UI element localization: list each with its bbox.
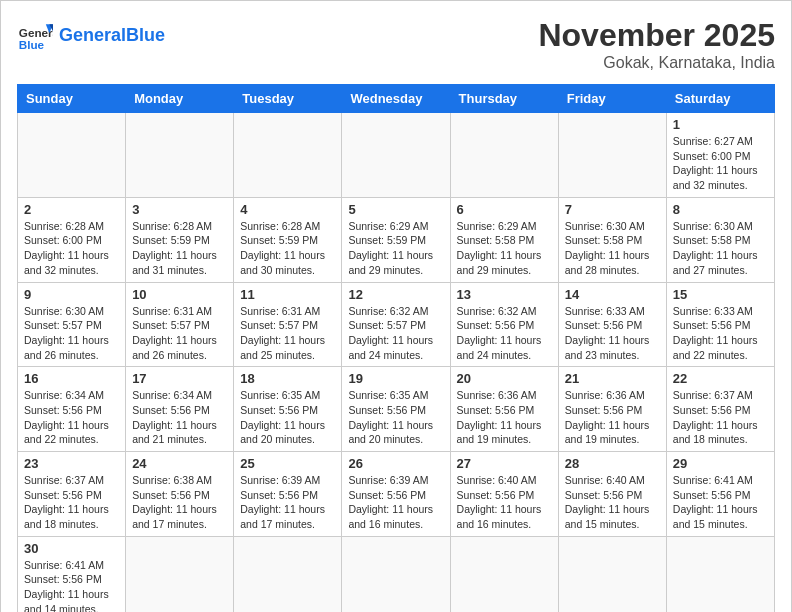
cell-info: Sunrise: 6:29 AMSunset: 5:59 PMDaylight:… bbox=[348, 219, 443, 278]
calendar-cell: 8Sunrise: 6:30 AMSunset: 5:58 PMDaylight… bbox=[666, 197, 774, 282]
calendar-cell bbox=[234, 536, 342, 612]
day-number: 5 bbox=[348, 202, 443, 217]
calendar-cell bbox=[342, 113, 450, 198]
day-number: 4 bbox=[240, 202, 335, 217]
calendar-cell: 25Sunrise: 6:39 AMSunset: 5:56 PMDayligh… bbox=[234, 452, 342, 537]
calendar-cell: 12Sunrise: 6:32 AMSunset: 5:57 PMDayligh… bbox=[342, 282, 450, 367]
cell-info: Sunrise: 6:36 AMSunset: 5:56 PMDaylight:… bbox=[565, 388, 660, 447]
calendar-cell bbox=[126, 536, 234, 612]
day-number: 18 bbox=[240, 371, 335, 386]
cell-info: Sunrise: 6:39 AMSunset: 5:56 PMDaylight:… bbox=[348, 473, 443, 532]
calendar-cell bbox=[450, 536, 558, 612]
day-number: 24 bbox=[132, 456, 227, 471]
calendar-cell bbox=[666, 536, 774, 612]
day-number: 3 bbox=[132, 202, 227, 217]
calendar-cell bbox=[342, 536, 450, 612]
cell-info: Sunrise: 6:29 AMSunset: 5:58 PMDaylight:… bbox=[457, 219, 552, 278]
title-block: November 2025 Gokak, Karnataka, India bbox=[538, 17, 775, 72]
weekday-header-monday: Monday bbox=[126, 85, 234, 113]
calendar-table: SundayMondayTuesdayWednesdayThursdayFrid… bbox=[17, 84, 775, 612]
day-number: 17 bbox=[132, 371, 227, 386]
cell-info: Sunrise: 6:33 AMSunset: 5:56 PMDaylight:… bbox=[565, 304, 660, 363]
weekday-header-saturday: Saturday bbox=[666, 85, 774, 113]
calendar-cell bbox=[18, 113, 126, 198]
logo-general: General bbox=[59, 25, 126, 45]
calendar-cell: 24Sunrise: 6:38 AMSunset: 5:56 PMDayligh… bbox=[126, 452, 234, 537]
logo: General Blue GeneralBlue bbox=[17, 17, 165, 53]
calendar-cell: 23Sunrise: 6:37 AMSunset: 5:56 PMDayligh… bbox=[18, 452, 126, 537]
cell-info: Sunrise: 6:35 AMSunset: 5:56 PMDaylight:… bbox=[240, 388, 335, 447]
cell-info: Sunrise: 6:27 AMSunset: 6:00 PMDaylight:… bbox=[673, 134, 768, 193]
day-number: 14 bbox=[565, 287, 660, 302]
calendar-cell: 1Sunrise: 6:27 AMSunset: 6:00 PMDaylight… bbox=[666, 113, 774, 198]
cell-info: Sunrise: 6:36 AMSunset: 5:56 PMDaylight:… bbox=[457, 388, 552, 447]
calendar-cell: 11Sunrise: 6:31 AMSunset: 5:57 PMDayligh… bbox=[234, 282, 342, 367]
cell-info: Sunrise: 6:31 AMSunset: 5:57 PMDaylight:… bbox=[240, 304, 335, 363]
cell-info: Sunrise: 6:41 AMSunset: 5:56 PMDaylight:… bbox=[673, 473, 768, 532]
day-number: 15 bbox=[673, 287, 768, 302]
calendar-cell bbox=[558, 113, 666, 198]
day-number: 10 bbox=[132, 287, 227, 302]
calendar-cell: 5Sunrise: 6:29 AMSunset: 5:59 PMDaylight… bbox=[342, 197, 450, 282]
day-number: 25 bbox=[240, 456, 335, 471]
calendar-cell bbox=[126, 113, 234, 198]
day-number: 21 bbox=[565, 371, 660, 386]
calendar-cell: 30Sunrise: 6:41 AMSunset: 5:56 PMDayligh… bbox=[18, 536, 126, 612]
calendar-container: General Blue GeneralBlue November 2025 G… bbox=[0, 0, 792, 612]
day-number: 30 bbox=[24, 541, 119, 556]
calendar-cell: 26Sunrise: 6:39 AMSunset: 5:56 PMDayligh… bbox=[342, 452, 450, 537]
calendar-cell: 17Sunrise: 6:34 AMSunset: 5:56 PMDayligh… bbox=[126, 367, 234, 452]
cell-info: Sunrise: 6:33 AMSunset: 5:56 PMDaylight:… bbox=[673, 304, 768, 363]
calendar-cell: 13Sunrise: 6:32 AMSunset: 5:56 PMDayligh… bbox=[450, 282, 558, 367]
cell-info: Sunrise: 6:31 AMSunset: 5:57 PMDaylight:… bbox=[132, 304, 227, 363]
day-number: 9 bbox=[24, 287, 119, 302]
calendar-cell: 29Sunrise: 6:41 AMSunset: 5:56 PMDayligh… bbox=[666, 452, 774, 537]
logo-text: GeneralBlue bbox=[59, 25, 165, 46]
calendar-cell: 21Sunrise: 6:36 AMSunset: 5:56 PMDayligh… bbox=[558, 367, 666, 452]
day-number: 1 bbox=[673, 117, 768, 132]
cell-info: Sunrise: 6:37 AMSunset: 5:56 PMDaylight:… bbox=[673, 388, 768, 447]
cell-info: Sunrise: 6:32 AMSunset: 5:56 PMDaylight:… bbox=[457, 304, 552, 363]
day-number: 8 bbox=[673, 202, 768, 217]
logo-icon: General Blue bbox=[17, 17, 53, 53]
month-title: November 2025 bbox=[538, 17, 775, 54]
weekday-header-tuesday: Tuesday bbox=[234, 85, 342, 113]
day-number: 7 bbox=[565, 202, 660, 217]
calendar-header: SundayMondayTuesdayWednesdayThursdayFrid… bbox=[18, 85, 775, 113]
calendar-cell: 4Sunrise: 6:28 AMSunset: 5:59 PMDaylight… bbox=[234, 197, 342, 282]
calendar-cell bbox=[558, 536, 666, 612]
cell-info: Sunrise: 6:40 AMSunset: 5:56 PMDaylight:… bbox=[457, 473, 552, 532]
calendar-cell: 22Sunrise: 6:37 AMSunset: 5:56 PMDayligh… bbox=[666, 367, 774, 452]
calendar-cell: 28Sunrise: 6:40 AMSunset: 5:56 PMDayligh… bbox=[558, 452, 666, 537]
calendar-cell: 7Sunrise: 6:30 AMSunset: 5:58 PMDaylight… bbox=[558, 197, 666, 282]
svg-text:Blue: Blue bbox=[19, 38, 45, 51]
calendar-cell: 10Sunrise: 6:31 AMSunset: 5:57 PMDayligh… bbox=[126, 282, 234, 367]
day-number: 29 bbox=[673, 456, 768, 471]
calendar-cell bbox=[234, 113, 342, 198]
subtitle: Gokak, Karnataka, India bbox=[538, 54, 775, 72]
logo-blue: Blue bbox=[126, 25, 165, 45]
day-number: 12 bbox=[348, 287, 443, 302]
calendar-cell: 18Sunrise: 6:35 AMSunset: 5:56 PMDayligh… bbox=[234, 367, 342, 452]
cell-info: Sunrise: 6:30 AMSunset: 5:57 PMDaylight:… bbox=[24, 304, 119, 363]
header: General Blue GeneralBlue November 2025 G… bbox=[17, 17, 775, 72]
calendar-cell: 20Sunrise: 6:36 AMSunset: 5:56 PMDayligh… bbox=[450, 367, 558, 452]
cell-info: Sunrise: 6:30 AMSunset: 5:58 PMDaylight:… bbox=[565, 219, 660, 278]
calendar-cell: 2Sunrise: 6:28 AMSunset: 6:00 PMDaylight… bbox=[18, 197, 126, 282]
day-number: 13 bbox=[457, 287, 552, 302]
cell-info: Sunrise: 6:40 AMSunset: 5:56 PMDaylight:… bbox=[565, 473, 660, 532]
cell-info: Sunrise: 6:41 AMSunset: 5:56 PMDaylight:… bbox=[24, 558, 119, 612]
cell-info: Sunrise: 6:34 AMSunset: 5:56 PMDaylight:… bbox=[24, 388, 119, 447]
weekday-header-wednesday: Wednesday bbox=[342, 85, 450, 113]
day-number: 2 bbox=[24, 202, 119, 217]
calendar-cell: 15Sunrise: 6:33 AMSunset: 5:56 PMDayligh… bbox=[666, 282, 774, 367]
weekday-header-thursday: Thursday bbox=[450, 85, 558, 113]
cell-info: Sunrise: 6:28 AMSunset: 5:59 PMDaylight:… bbox=[132, 219, 227, 278]
calendar-cell bbox=[450, 113, 558, 198]
cell-info: Sunrise: 6:28 AMSunset: 5:59 PMDaylight:… bbox=[240, 219, 335, 278]
cell-info: Sunrise: 6:38 AMSunset: 5:56 PMDaylight:… bbox=[132, 473, 227, 532]
day-number: 27 bbox=[457, 456, 552, 471]
calendar-cell: 16Sunrise: 6:34 AMSunset: 5:56 PMDayligh… bbox=[18, 367, 126, 452]
calendar-cell: 19Sunrise: 6:35 AMSunset: 5:56 PMDayligh… bbox=[342, 367, 450, 452]
day-number: 16 bbox=[24, 371, 119, 386]
